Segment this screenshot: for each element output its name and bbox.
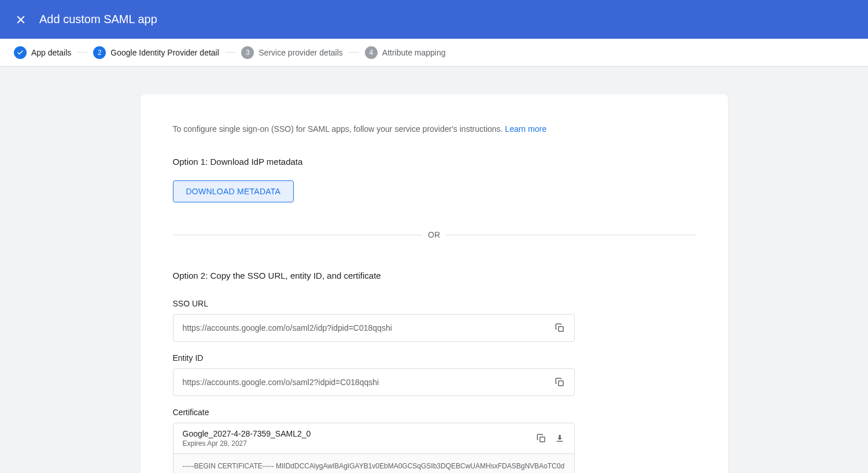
certificate-expires: Expires Apr 28, 2027 [183, 439, 529, 448]
stepper: App details 2 Google Identity Provider d… [0, 39, 868, 66]
certificate-header: Google_2027-4-28-7359_SAML2_0 Expires Ap… [173, 423, 574, 454]
copy-icon [555, 377, 565, 387]
certificate-name: Google_2027-4-28-7359_SAML2_0 [183, 429, 529, 438]
copy-icon [555, 323, 565, 333]
main-card: To configure single sign-on (SSO) for SA… [141, 94, 728, 473]
step-connector [349, 52, 359, 53]
sso-url-label: SSO URL [173, 299, 696, 308]
step-connector [77, 52, 87, 53]
content-wrapper: To configure single sign-on (SSO) for SA… [0, 66, 868, 473]
sso-url-value: https://accounts.google.com/o/saml2/idp?… [183, 323, 548, 332]
step-connector [225, 52, 235, 53]
close-icon [16, 14, 26, 25]
step-circle-pending: 3 [241, 46, 254, 59]
modal-header: Add custom SAML app [0, 0, 868, 39]
entity-id-value: https://accounts.google.com/o/saml2?idpi… [183, 378, 548, 387]
step-circle-active: 2 [93, 46, 106, 59]
or-divider: OR [173, 230, 696, 239]
option1-heading: Option 1: Download IdP metadata [173, 157, 696, 167]
step-label: App details [31, 48, 71, 57]
check-icon [17, 49, 24, 56]
download-metadata-button[interactable]: DOWNLOAD METADATA [173, 180, 294, 202]
intro-text-body: To configure single sign-on (SSO) for SA… [173, 124, 505, 134]
step-app-details[interactable]: App details [14, 46, 71, 59]
step-label: Service provider details [258, 48, 343, 57]
modal-title: Add custom SAML app [39, 13, 157, 26]
copy-entity-button[interactable] [555, 377, 565, 387]
step-label: Attribute mapping [382, 48, 446, 57]
step-idp-details[interactable]: 2 Google Identity Provider details [93, 46, 219, 59]
divider-line [446, 235, 696, 235]
learn-more-link[interactable]: Learn more [505, 124, 546, 134]
certificate-content[interactable]: -----BEGIN CERTIFICATE----- MIIDdDCCAlyg… [173, 454, 574, 473]
svg-rect-3 [558, 381, 563, 386]
step-label: Google Identity Provider details [110, 48, 219, 57]
entity-id-field: https://accounts.google.com/o/saml2?idpi… [173, 368, 575, 396]
sso-url-field: https://accounts.google.com/o/saml2/idp?… [173, 314, 575, 342]
download-icon [555, 433, 565, 444]
entity-id-label: Entity ID [173, 353, 696, 363]
step-circle-pending: 4 [365, 46, 378, 59]
svg-rect-5 [556, 441, 563, 442]
copy-icon [536, 433, 546, 444]
intro-text: To configure single sign-on (SSO) for SA… [173, 124, 696, 134]
svg-rect-2 [558, 327, 563, 331]
copy-certificate-button[interactable] [536, 433, 546, 444]
option2-heading: Option 2: Copy the SSO URL, entity ID, a… [173, 271, 696, 280]
copy-sso-button[interactable] [555, 323, 565, 333]
or-text: OR [422, 230, 446, 239]
divider-line [173, 235, 423, 235]
certificate-label: Certificate [173, 408, 696, 417]
download-certificate-button[interactable] [555, 433, 565, 444]
step-attribute-mapping: 4 Attribute mapping [365, 46, 446, 59]
certificate-header-main: Google_2027-4-28-7359_SAML2_0 Expires Ap… [183, 429, 529, 448]
svg-rect-4 [540, 437, 544, 442]
step-circle-completed [14, 46, 27, 59]
close-button[interactable] [14, 13, 28, 27]
certificate-box: Google_2027-4-28-7359_SAML2_0 Expires Ap… [173, 423, 575, 473]
step-sp-details: 3 Service provider details [241, 46, 343, 59]
